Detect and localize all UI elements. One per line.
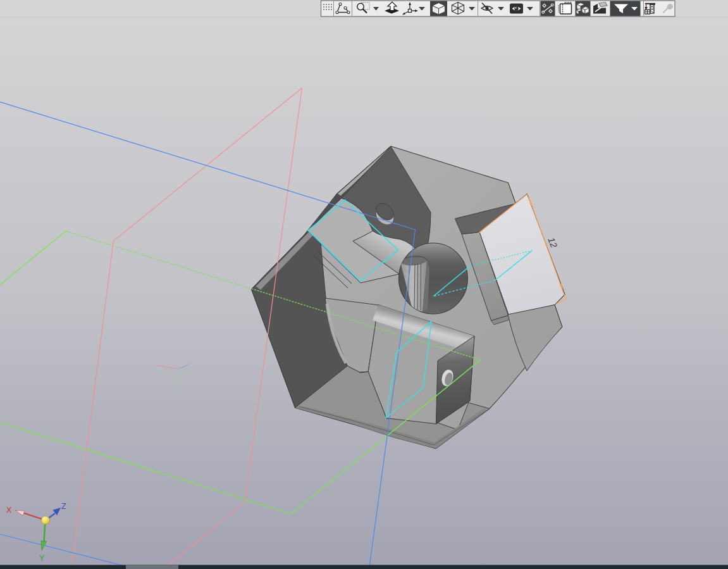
svg-text:Y: Y xyxy=(39,554,45,563)
svg-text:X: X xyxy=(6,506,12,515)
svg-text:Z: Z xyxy=(61,502,66,511)
